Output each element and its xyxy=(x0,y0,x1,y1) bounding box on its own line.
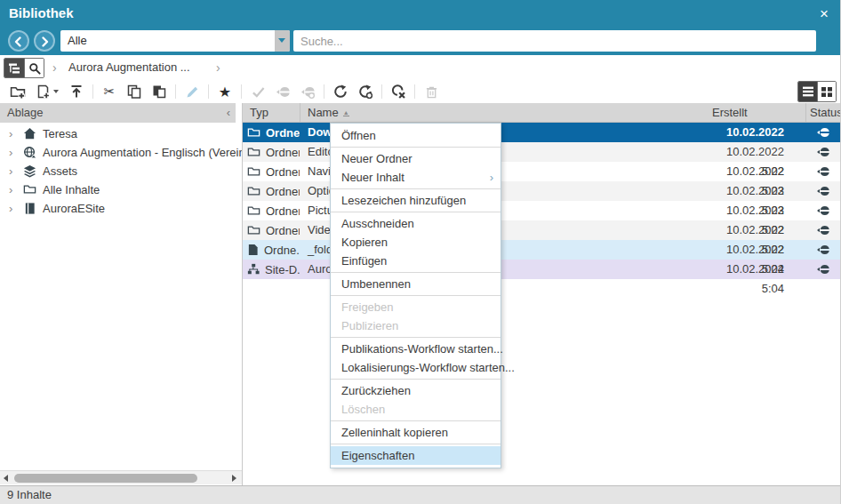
published-status-icon xyxy=(817,146,829,158)
home-icon xyxy=(23,127,36,140)
tree-view-icon[interactable] xyxy=(4,59,24,77)
sidebar-horizontal-scrollbar[interactable] xyxy=(0,470,242,484)
nav-search-bar: Alle xyxy=(0,27,841,55)
document-icon xyxy=(247,244,259,256)
menu-item-publizieren: Publizieren xyxy=(331,316,501,335)
toolbar-separator xyxy=(241,84,242,99)
menu-item-oeffnen[interactable]: Öffnen xyxy=(331,126,501,145)
close-icon[interactable]: × xyxy=(813,0,836,27)
toolbar-separator xyxy=(324,84,324,99)
published-status-icon xyxy=(817,126,829,139)
thumbnail-view-icon[interactable] xyxy=(817,82,836,101)
menu-separator xyxy=(331,212,501,212)
site-icon xyxy=(23,202,36,215)
expand-chevron-icon[interactable]: › xyxy=(9,143,12,162)
folder-icon xyxy=(247,185,260,197)
tree-item-assets[interactable]: › Assets xyxy=(0,162,242,180)
publish-icon xyxy=(274,83,292,100)
expand-chevron-icon[interactable]: › xyxy=(9,199,12,218)
menu-separator xyxy=(331,188,501,189)
window-title: Bibliothek xyxy=(9,0,74,27)
tree-item-teresa[interactable]: › Teresa xyxy=(0,124,242,143)
upload-icon[interactable] xyxy=(68,83,85,100)
menu-item-kopieren[interactable]: Kopieren xyxy=(331,233,501,252)
titlebar: Bibliothek × xyxy=(0,0,841,27)
folder-icon xyxy=(247,126,260,139)
view-toggle-group xyxy=(797,81,837,102)
action-toolbar: ✂ ★ xyxy=(0,80,841,103)
bookmark-star-icon[interactable]: ★ xyxy=(216,83,234,100)
menu-separator xyxy=(331,147,501,148)
menu-item-lesezeichen-hinzufuegen[interactable]: Lesezeichen hinzufügen xyxy=(331,191,501,210)
copy-icon[interactable] xyxy=(125,83,143,100)
search-input[interactable] xyxy=(293,30,816,52)
published-status-icon xyxy=(817,165,829,178)
filter-value: Alle xyxy=(68,34,87,47)
localization-workflow-icon[interactable] xyxy=(356,83,374,100)
expand-chevron-icon[interactable]: › xyxy=(9,180,12,199)
menu-item-publikations-workflow[interactable]: Publikations-Workflow starten... xyxy=(331,340,501,358)
derived-site-icon xyxy=(23,146,36,159)
content-count: 9 Inhalte xyxy=(7,488,52,501)
bulk-publish-icon xyxy=(299,83,316,100)
status-bar: 9 Inhalte xyxy=(0,485,841,504)
toolbar-separator xyxy=(414,84,415,99)
back-arrow-icon[interactable] xyxy=(8,30,29,52)
dropdown-chevron-icon[interactable] xyxy=(275,30,290,52)
new-content-dropdown-chevron-icon[interactable] xyxy=(52,83,60,100)
published-status-icon xyxy=(817,204,829,217)
scroll-left-icon[interactable] xyxy=(4,475,8,482)
cut-icon[interactable]: ✂ xyxy=(100,83,118,100)
menu-item-neuer-ordner[interactable]: Neuer Ordner xyxy=(331,149,501,168)
new-folder-icon[interactable] xyxy=(9,83,27,100)
sort-ascending-icon: ▲ xyxy=(343,109,349,116)
toolbar-separator xyxy=(175,84,176,99)
menu-item-umbenennen[interactable]: Umbenennen xyxy=(331,275,501,293)
menu-separator xyxy=(331,379,501,380)
column-header-status[interactable]: Status xyxy=(805,103,841,122)
tree-item-auroraesite[interactable]: › AuroraESite xyxy=(0,199,242,218)
menu-item-eigenschaften[interactable]: Eigenschaften xyxy=(331,446,501,465)
menu-item-ausschneiden[interactable]: Ausschneiden xyxy=(331,214,501,233)
menu-separator xyxy=(331,444,501,444)
paste-icon[interactable] xyxy=(150,83,168,100)
repository-sidebar: Ablage ‹ › Teresa › Aurora Augmentation … xyxy=(0,103,243,485)
menu-item-zelleninhalt-kopieren[interactable]: Zelleninhalt kopieren xyxy=(331,423,501,442)
menu-item-neuer-inhalt[interactable]: Neuer Inhalt› xyxy=(331,168,501,187)
menu-separator xyxy=(331,295,501,296)
published-status-icon xyxy=(817,244,829,256)
column-header-erstellt[interactable]: Erstellt xyxy=(702,103,805,122)
folder-icon xyxy=(247,146,260,158)
menu-item-einfuegen[interactable]: Einfügen xyxy=(331,252,501,270)
forward-arrow-icon[interactable] xyxy=(34,30,55,52)
breadcrumb-chevron-icon: › xyxy=(52,55,57,80)
published-status-icon xyxy=(817,224,829,236)
column-header-name[interactable]: Name▲ xyxy=(300,103,702,122)
breadcrumb[interactable]: Aurora Augmentation ... xyxy=(68,55,190,80)
sidebar-title: Ablage xyxy=(7,103,43,123)
tree-item-aurora-augmentation[interactable]: › Aurora Augmentation - Englisch (Verein… xyxy=(0,143,242,162)
new-content-icon[interactable] xyxy=(34,83,52,100)
expand-chevron-icon[interactable]: › xyxy=(9,162,12,180)
folder-icon xyxy=(247,165,260,178)
collapse-sidebar-icon[interactable]: ‹ xyxy=(227,103,230,123)
search-view-icon[interactable] xyxy=(24,59,44,77)
expand-chevron-icon[interactable]: › xyxy=(9,124,12,143)
menu-item-lokalisierungs-workflow[interactable]: Lokalisierungs-Workflow starten... xyxy=(331,358,501,377)
scrollbar-thumb[interactable] xyxy=(14,474,197,483)
assets-icon xyxy=(23,164,36,178)
scroll-right-icon[interactable] xyxy=(232,475,236,482)
publication-workflow-icon[interactable] xyxy=(332,83,349,100)
breadcrumb-chevron-icon: › xyxy=(216,55,220,80)
tree-item-alle-inhalte[interactable]: › Alle Inhalte xyxy=(0,180,242,199)
column-header-typ[interactable]: Typ xyxy=(243,103,300,122)
menu-item-zurueckziehen[interactable]: Zurückziehen xyxy=(331,381,501,400)
approve-icon xyxy=(249,83,267,100)
submenu-chevron-icon: › xyxy=(490,168,493,187)
folder-icon xyxy=(23,183,36,196)
folder-icon xyxy=(247,204,260,217)
content-type-filter-dropdown[interactable]: Alle xyxy=(60,30,290,52)
withdraw-icon[interactable] xyxy=(389,83,407,100)
context-menu: Öffnen Neuer Ordner Neuer Inhalt› Leseze… xyxy=(330,123,501,468)
list-view-icon[interactable] xyxy=(798,82,817,101)
